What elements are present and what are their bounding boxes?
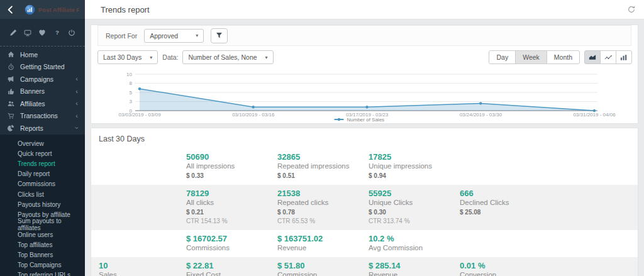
stat-conversion: 0.01 %Conversion xyxy=(460,261,638,276)
y-axis-tick-label: 10 xyxy=(126,72,132,77)
stat-money: $ 0.94 xyxy=(369,172,460,179)
stat-value: $ 22.81 xyxy=(186,261,277,270)
stat-unique-clicks: 55925Unique Clicks$ 0.30CTR 313.74 % xyxy=(369,189,460,224)
caret-down-icon: ▾ xyxy=(146,55,152,60)
data-point[interactable] xyxy=(252,106,255,108)
stat-empty xyxy=(99,234,186,251)
bar-chart-button[interactable] xyxy=(616,50,632,64)
stat-value: 32865 xyxy=(277,152,369,162)
app-header: Post Affiliate Pro xyxy=(0,0,85,19)
monitor-icon[interactable] xyxy=(24,29,31,36)
stat-label: Unique Clicks xyxy=(369,199,460,206)
stat-all-impressions: 50690All impressions$ 0.33 xyxy=(186,152,277,179)
filter-panel: Report For Approved ▾ xyxy=(97,25,631,46)
x-axis-tick-label: 03/24/2019 - 03/30 xyxy=(460,112,502,118)
data-label: Data: xyxy=(162,53,178,61)
brand-name: Post Affiliate Pro xyxy=(38,6,79,13)
x-axis-tick-label: 03/10/2019 - 03/16 xyxy=(232,112,275,118)
submenu-item-clicks-list[interactable]: Clicks list xyxy=(0,189,85,199)
date-range-select[interactable]: Last 30 Days ▾ xyxy=(97,50,158,64)
report-for-select[interactable]: Approved ▾ xyxy=(144,29,204,43)
stat-all-clicks: 78129All clicks$ 0.21CTR 154.13 % xyxy=(186,189,277,224)
stat-declined-clicks: 666Declined Clicks$ 25.08 xyxy=(460,189,638,224)
stat-commission: $ 51.80Commissionavg $ 5.18 xyxy=(277,261,369,276)
submenu-item-sum-payouts-to-affiliates[interactable]: Sum payouts to affiliates xyxy=(0,219,85,229)
heart-icon[interactable] xyxy=(38,29,46,36)
submenu-item-payouts-history[interactable]: Payouts history xyxy=(0,199,85,209)
stat-value: $ 51.80 xyxy=(277,261,369,270)
submenu-item-top-banners[interactable]: Top Banners xyxy=(0,250,85,260)
submenu-item-overview[interactable]: Overview xyxy=(0,139,85,149)
data-series-select[interactable]: Number of Sales, None ▾ xyxy=(182,50,273,64)
topbar: Trends report xyxy=(85,0,644,19)
sidebar-item-campaigns[interactable]: Campaigns‹ xyxy=(0,73,85,86)
submenu-item-commissions[interactable]: Commissions xyxy=(0,179,85,189)
users-icon xyxy=(8,100,14,107)
trends-chart: 03581003/03/2019 - 03/0903/10/2019 - 03/… xyxy=(91,64,638,123)
pencil-icon[interactable] xyxy=(9,29,17,36)
sidebar-item-banners[interactable]: Banners‹ xyxy=(0,86,85,98)
stat-fixed-cost: $ 22.81Fixed Cost xyxy=(186,261,277,276)
stat-label: Repeated impressions xyxy=(277,162,369,170)
submenu-item-daily-report[interactable]: Daily report xyxy=(0,169,85,179)
stat-note: CTR 65.53 % xyxy=(277,218,369,224)
submenu-item-top-campaigns[interactable]: Top Campaigns xyxy=(0,260,85,270)
back-icon[interactable] xyxy=(6,5,15,14)
stat-empty xyxy=(99,152,186,179)
data-point[interactable] xyxy=(138,87,141,90)
period-toggle-group: DayWeekMonth xyxy=(489,50,580,64)
help-icon[interactable]: ? xyxy=(53,29,61,36)
stats-row: $ 16702.57Commissions$ 163751.02Revenue1… xyxy=(91,230,638,257)
x-axis-tick-label: 03/03/2019 - 03/09 xyxy=(118,112,161,118)
data-point[interactable] xyxy=(479,102,482,104)
stat-label: Commission xyxy=(277,271,369,276)
period-button-month[interactable]: Month xyxy=(547,50,580,64)
stat-label: All clicks xyxy=(186,199,277,206)
stat-value: $ 285.14 xyxy=(369,261,460,270)
main-content: Report For Approved ▾ Last 30 Days ▾ Dat… xyxy=(85,19,644,276)
home-icon xyxy=(8,51,14,58)
sidebar-item-affiliates[interactable]: Affiliates‹ xyxy=(0,97,85,110)
stat-commissions: $ 16702.57Commissions xyxy=(186,234,277,251)
stat-label: Revenue xyxy=(277,244,369,251)
stats-row: 50690All impressions$ 0.3332865Repeated … xyxy=(91,148,638,185)
stat-value: 0.01 % xyxy=(460,261,638,270)
report-for-value: Approved xyxy=(150,32,178,40)
sidebar-item-label: Banners xyxy=(20,87,45,95)
submenu-item-trends-report[interactable]: Trends report xyxy=(0,159,85,169)
sidebar-item-reports[interactable]: Reports‹ xyxy=(0,122,85,135)
app-logo-icon[interactable] xyxy=(25,4,35,15)
sidebar-item-home[interactable]: Home xyxy=(0,48,85,61)
sidebar-item-label: Reports xyxy=(20,124,43,132)
chevron-left-icon: ‹ xyxy=(75,113,78,119)
sidebar-item-getting-started[interactable]: Getting Started xyxy=(0,61,85,74)
period-button-day[interactable]: Day xyxy=(489,50,516,64)
submenu-item-top-affiliates[interactable]: Top affiliates xyxy=(0,240,85,250)
stat-value: $ 16702.57 xyxy=(186,234,277,243)
submenu-item-top-referring-urls[interactable]: Top referring URLs xyxy=(0,270,85,276)
area-chart-button[interactable] xyxy=(584,50,601,64)
submenu-item-quick-report[interactable]: Quick report xyxy=(0,149,85,159)
refresh-icon[interactable] xyxy=(627,5,636,14)
line-chart-button[interactable] xyxy=(600,50,616,64)
chevron-left-icon: ‹ xyxy=(75,88,78,95)
date-range-value: Last 30 Days xyxy=(103,53,142,61)
svg-text:?: ? xyxy=(55,29,59,36)
pie-icon xyxy=(8,124,14,131)
data-point[interactable] xyxy=(365,106,368,108)
filter-button[interactable] xyxy=(211,28,228,43)
power-icon[interactable] xyxy=(68,29,75,36)
stat-repeated-impressions: 32865Repeated impressions$ 0.51 xyxy=(277,152,369,179)
stat-money: $ 0.21 xyxy=(186,209,277,216)
sidebar-item-transactions[interactable]: Transactions‹ xyxy=(0,110,85,123)
stat-revenue: $ 285.14Revenueavg $ 28.51 xyxy=(369,261,460,276)
stat-value: 55925 xyxy=(369,189,460,198)
stat-label: Fixed Cost xyxy=(186,271,277,276)
x-axis-tick-label: 03/31/2019 - 04/06 xyxy=(573,112,616,118)
chevron-down-icon: ‹ xyxy=(74,127,80,130)
period-button-week[interactable]: Week xyxy=(515,50,547,64)
data-series-value: Number of Sales, None xyxy=(188,53,257,61)
stat-money: $ 0.78 xyxy=(277,209,369,216)
sidebar-item-label: Transactions xyxy=(20,112,58,119)
trends-chart-card: Report For Approved ▾ Last 30 Days ▾ Dat… xyxy=(91,25,638,123)
